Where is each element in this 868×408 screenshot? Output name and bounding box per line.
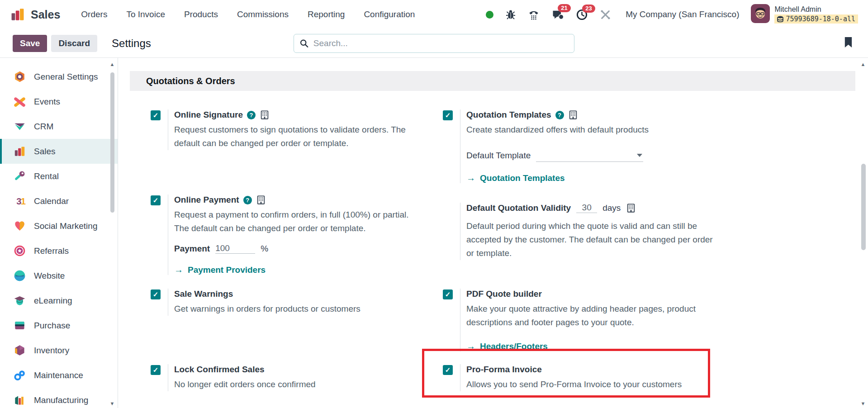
setting-description: Create standardized offers with default …	[466, 123, 716, 137]
user-menu[interactable]: Mitchell Admin 75993689-18-0-all	[751, 4, 858, 25]
setting-online-signature: Online Signature ? Request customers to …	[151, 109, 412, 150]
bug-icon[interactable]	[505, 9, 516, 20]
lock-confirmed-sales-checkbox[interactable]	[151, 365, 161, 375]
top-navbar: Sales Orders To Invoice Products Commiss…	[0, 0, 868, 29]
setting-title: Pro-Forma Invoice	[466, 364, 542, 375]
setting-description: Request customers to sign quotations to …	[174, 123, 412, 150]
main-scrollbar-thumb[interactable]	[861, 164, 866, 250]
sidebar-item-general-settings[interactable]: General Settings	[0, 64, 118, 89]
payment-label: Payment	[174, 244, 210, 254]
rental-icon	[14, 170, 26, 182]
setting-online-payment: Online Payment ? Request a payment to co…	[151, 195, 412, 275]
sidebar-item-label: Maintenance	[34, 370, 83, 380]
company-building-icon	[626, 203, 636, 213]
setting-description: Default period during which the quote is…	[466, 219, 716, 260]
sidebar-scroll-up-icon[interactable]	[109, 62, 115, 67]
pro-forma-invoice-checkbox[interactable]	[443, 365, 453, 375]
menu-orders[interactable]: Orders	[81, 9, 107, 19]
main-menu: Orders To Invoice Products Commissions R…	[81, 9, 415, 19]
discard-button[interactable]: Discard	[51, 35, 97, 52]
pdf-quote-builder-checkbox[interactable]	[443, 289, 453, 299]
sidebar-item-maintenance[interactable]: Maintenance	[0, 363, 118, 388]
menu-configuration[interactable]: Configuration	[364, 9, 415, 19]
events-icon	[14, 95, 26, 108]
sidebar-item-manufacturing[interactable]: Manufacturing	[0, 388, 118, 408]
online-signature-checkbox[interactable]	[151, 110, 161, 120]
messages-icon[interactable]: 21	[551, 8, 564, 21]
database-name: 75993689-18-0-all	[786, 15, 855, 23]
headers-footers-link[interactable]: Headers/Footers	[466, 341, 716, 351]
sidebar-item-label: Social Marketing	[34, 221, 97, 231]
sales-icon	[14, 145, 26, 157]
sidebar-item-calendar[interactable]: 31 Calendar	[0, 189, 118, 213]
sidebar-item-crm[interactable]: CRM	[0, 114, 118, 139]
phone-icon[interactable]	[528, 9, 540, 20]
sidebar-item-label: Website	[34, 271, 65, 281]
sidebar-item-referrals[interactable]: Referrals	[0, 238, 118, 263]
help-icon[interactable]: ?	[243, 196, 252, 204]
sidebar-scrollbar-thumb[interactable]	[110, 72, 114, 213]
main-scroll-down-icon[interactable]	[860, 401, 866, 406]
database-icon	[777, 16, 783, 23]
inventory-icon	[14, 344, 26, 356]
help-icon[interactable]: ?	[555, 111, 564, 119]
quotation-templates-checkbox[interactable]	[443, 110, 453, 120]
quotation-templates-link[interactable]: Quotation Templates	[466, 173, 716, 183]
company-switcher[interactable]: My Company (San Francisco)	[626, 9, 739, 19]
activities-clock-icon[interactable]: 23	[576, 9, 588, 21]
setting-quotation-templates: Quotation Templates ? Create standardize…	[443, 109, 716, 183]
sidebar-item-inventory[interactable]: Inventory	[0, 338, 118, 363]
setting-description: Request a payment to confirm orders, in …	[174, 208, 412, 235]
company-building-icon	[260, 110, 270, 120]
search-icon	[299, 38, 309, 48]
sidebar-item-label: Manufacturing	[34, 395, 88, 405]
odoo-sales-settings-page: Sales Orders To Invoice Products Commiss…	[0, 0, 868, 408]
payment-providers-link[interactable]: Payment Providers	[174, 265, 412, 275]
search-input[interactable]	[313, 38, 569, 48]
bookmark-icon[interactable]	[843, 36, 854, 50]
online-payment-checkbox[interactable]	[151, 195, 161, 205]
sidebar-item-label: Inventory	[34, 346, 69, 356]
company-building-icon	[256, 195, 266, 205]
menu-products[interactable]: Products	[184, 9, 218, 19]
elearning-icon	[14, 294, 26, 307]
website-icon	[14, 270, 26, 282]
sidebar-item-label: Calendar	[34, 196, 69, 206]
svg-text:1: 1	[21, 196, 26, 206]
menu-reporting[interactable]: Reporting	[308, 9, 345, 19]
crm-icon	[14, 120, 26, 133]
payment-percent-input[interactable]	[215, 243, 255, 254]
setting-title: Quotation Templates	[466, 109, 551, 120]
sidebar-item-label: Rental	[34, 171, 59, 181]
setting-pro-forma-invoice: Pro-Forma Invoice Allows you to send Pro…	[443, 364, 716, 391]
referrals-icon	[14, 245, 26, 257]
setting-description: Get warnings in orders for products or c…	[174, 302, 412, 316]
search-bar[interactable]	[294, 34, 574, 53]
default-template-dropdown[interactable]	[536, 149, 643, 162]
menu-commissions[interactable]: Commissions	[237, 9, 289, 19]
sidebar-item-sales[interactable]: Sales	[0, 139, 118, 164]
sidebar-item-label: Events	[34, 97, 60, 107]
control-panel: Save Discard Settings	[0, 29, 868, 58]
sidebar-item-social-marketing[interactable]: Social Marketing	[0, 213, 118, 238]
sale-warnings-checkbox[interactable]	[151, 289, 161, 299]
help-icon[interactable]: ?	[247, 111, 256, 119]
sidebar-scroll-down-icon[interactable]	[109, 401, 115, 406]
sidebar-item-rental[interactable]: Rental	[0, 164, 118, 189]
setting-default-quotation-validity: Default Quotation Validity days Default …	[443, 203, 716, 260]
main-scroll-up-icon[interactable]	[860, 62, 866, 67]
online-status-icon	[486, 11, 493, 19]
validity-days-input[interactable]	[576, 203, 597, 213]
calendar-icon: 31	[14, 195, 26, 207]
sidebar-item-events[interactable]: Events	[0, 89, 118, 114]
menu-to-invoice[interactable]: To Invoice	[126, 9, 165, 19]
systray: 21 23 My Company (San Francisco) Mitchel…	[486, 4, 858, 25]
save-button[interactable]: Save	[13, 35, 47, 52]
settings-sidebar: General Settings Events CRM Sales Rental…	[0, 58, 118, 408]
sidebar-item-website[interactable]: Website	[0, 263, 118, 288]
debug-tools-icon[interactable]	[600, 9, 611, 20]
sidebar-item-purchase[interactable]: Purchase	[0, 313, 118, 338]
app-switcher[interactable]: Sales	[10, 7, 60, 22]
sidebar-item-elearning[interactable]: eLearning	[0, 288, 118, 313]
company-building-icon	[568, 110, 578, 120]
